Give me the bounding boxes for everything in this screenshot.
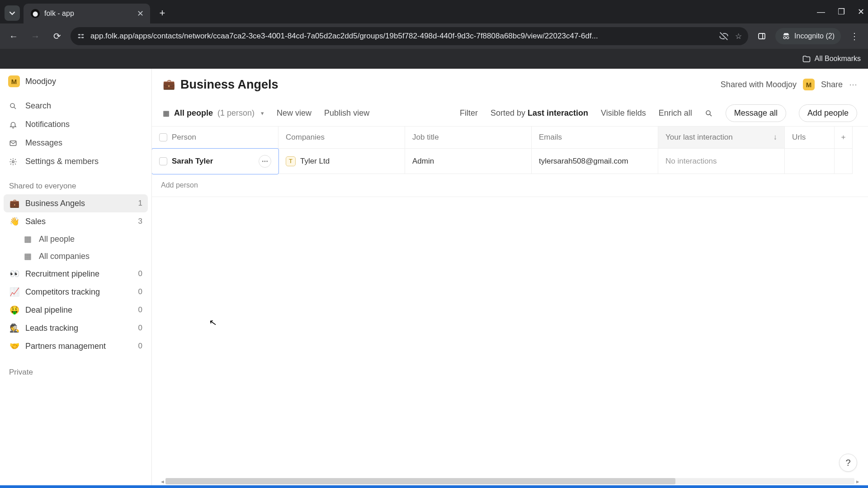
scroll-right-arrow[interactable]: ▸ — [854, 478, 861, 485]
nav-back-button[interactable]: ← — [5, 28, 22, 44]
group-competitors-tracking[interactable]: 📈 Competitors tracking 0 — [4, 283, 148, 301]
column-header-emails[interactable]: Emails — [532, 127, 658, 149]
add-person-row[interactable]: Add person — [152, 174, 868, 197]
scroll-thumb[interactable] — [165, 478, 675, 484]
column-header-job-title[interactable]: Job title — [405, 127, 532, 149]
nav-notifications[interactable]: Notifications — [4, 115, 148, 134]
table-icon: ▦ — [23, 234, 33, 244]
scroll-left-arrow[interactable]: ◂ — [159, 478, 165, 485]
enrich-all-button[interactable]: Enrich all — [659, 108, 692, 118]
eyes-icon: 👀 — [9, 269, 20, 279]
incognito-label: Incognito (2) — [794, 32, 835, 40]
tab-search-dropdown[interactable] — [5, 5, 20, 21]
group-leads-tracking[interactable]: 🕵️ Leads tracking 0 — [4, 319, 148, 337]
nav-forward-button[interactable]: → — [27, 28, 43, 44]
nav-settings-label: Settings & members — [25, 157, 99, 166]
add-people-button[interactable]: Add people — [799, 104, 857, 122]
column-header-last-interaction[interactable]: Your last interaction ↓ — [658, 127, 785, 149]
filter-button[interactable]: Filter — [460, 108, 478, 118]
os-taskbar — [0, 485, 868, 488]
add-column-button[interactable]: + — [835, 127, 853, 149]
search-in-view-button[interactable] — [705, 109, 713, 117]
nav-settings[interactable]: Settings & members — [4, 152, 148, 171]
group-sales[interactable]: 👋 Sales 3 — [4, 212, 148, 230]
nav-reload-button[interactable]: ⟳ — [49, 28, 65, 44]
browser-tab[interactable]: ⬤ folk - app ✕ — [24, 4, 150, 23]
bookmark-star-icon[interactable]: ☆ — [735, 32, 742, 41]
money-face-icon: 🤑 — [9, 305, 20, 315]
sort-button[interactable]: Sorted by Last interaction — [491, 108, 588, 118]
svg-point-13 — [706, 111, 710, 115]
group-partners-management[interactable]: 🤝 Partners management 0 — [4, 337, 148, 355]
nav-messages[interactable]: Messages — [4, 134, 148, 152]
company-name: Tyler Ltd — [300, 157, 330, 166]
window-maximize-button[interactable]: ❐ — [838, 7, 845, 17]
eye-off-icon[interactable] — [719, 31, 729, 41]
share-button[interactable]: Share — [821, 80, 843, 89]
chevron-down-icon: ▾ — [261, 110, 264, 117]
column-header-urls[interactable]: Urls — [785, 127, 835, 149]
workspace-switcher[interactable]: M Moodjoy — [0, 69, 151, 94]
group-sales-all-companies[interactable]: ▦ All companies — [17, 248, 148, 265]
svg-point-6 — [783, 37, 786, 39]
horizontal-scrollbar[interactable]: ◂ ▸ — [159, 477, 861, 485]
sort-field: Last interaction — [528, 108, 588, 117]
all-bookmarks-button[interactable]: All Bookmarks — [802, 54, 861, 63]
help-button[interactable]: ? — [839, 454, 857, 472]
window-minimize-button[interactable]: ― — [817, 7, 825, 17]
scroll-track[interactable] — [165, 478, 854, 484]
group-recruitment-pipeline[interactable]: 👀 Recruitment pipeline 0 — [4, 265, 148, 283]
chevron-down-icon — [9, 10, 15, 16]
person-name: Sarah Tyler — [172, 157, 213, 166]
cell-last-interaction[interactable]: No interactions — [658, 149, 785, 174]
cell-email[interactable]: tylersarah508@gmail.com — [532, 149, 658, 174]
cell-addcol-spacer — [835, 149, 853, 174]
visible-fields-button[interactable]: Visible fields — [601, 108, 646, 118]
workspace-name: Moodjoy — [25, 77, 56, 86]
group-label: Sales — [25, 217, 46, 226]
group-sales-all-people[interactable]: ▦ All people — [17, 230, 148, 248]
incognito-indicator[interactable]: Incognito (2) — [775, 28, 841, 44]
tab-close-button[interactable]: ✕ — [137, 9, 144, 19]
new-view-button[interactable]: New view — [277, 108, 311, 118]
column-header-person[interactable]: Person — [152, 127, 278, 149]
column-header-companies[interactable]: Companies — [278, 127, 405, 149]
tab-title: folk - app — [44, 9, 74, 18]
handshake-icon: 🤝 — [9, 341, 20, 351]
search-icon — [705, 109, 713, 117]
new-tab-button[interactable]: + — [155, 5, 170, 21]
nav-search-label: Search — [25, 101, 51, 111]
shared-with-avatar: M — [803, 79, 815, 90]
group-business-angels[interactable]: 💼 Business Angels 1 — [4, 194, 148, 212]
cell-job-title[interactable]: Admin — [405, 149, 532, 174]
side-panel-button[interactable] — [754, 28, 770, 44]
select-all-checkbox[interactable] — [159, 133, 167, 141]
svg-line-10 — [14, 107, 16, 109]
site-settings-icon[interactable] — [77, 32, 85, 40]
view-selector[interactable]: ▦ All people (1 person) ▾ — [163, 108, 264, 118]
contacts-table: Person Companies Job title Emails Your l… — [152, 127, 868, 174]
group-label: Leads tracking — [25, 324, 78, 333]
group-count: 0 — [138, 269, 142, 278]
browser-menu-button[interactable]: ⋮ — [846, 28, 863, 44]
window-close-button[interactable]: ✕ — [858, 7, 864, 17]
row-checkbox[interactable] — [159, 157, 167, 165]
view-name: All people — [174, 108, 213, 118]
cell-person[interactable]: Sarah Tyler ⋯ — [152, 148, 279, 174]
cell-urls[interactable] — [785, 149, 835, 174]
message-all-button[interactable]: Message all — [726, 104, 786, 122]
section-private-label: Private — [0, 360, 151, 380]
address-bar[interactable]: app.folk.app/apps/contacts/network/ccaa7… — [71, 27, 748, 45]
company-chip: T — [286, 156, 296, 166]
page-more-button[interactable]: ⋯ — [849, 80, 857, 89]
group-deal-pipeline[interactable]: 🤑 Deal pipeline 0 — [4, 301, 148, 319]
nav-search[interactable]: Search — [4, 97, 148, 115]
cell-company[interactable]: T Tyler Ltd — [278, 149, 405, 174]
row-more-button[interactable]: ⋯ — [259, 155, 271, 168]
group-label: Recruitment pipeline — [25, 269, 99, 279]
folder-icon — [802, 54, 811, 63]
incognito-icon — [782, 32, 791, 41]
publish-view-button[interactable]: Publish view — [324, 108, 369, 118]
sort-prefix: Sorted by — [491, 108, 528, 117]
group-count: 0 — [138, 342, 142, 351]
